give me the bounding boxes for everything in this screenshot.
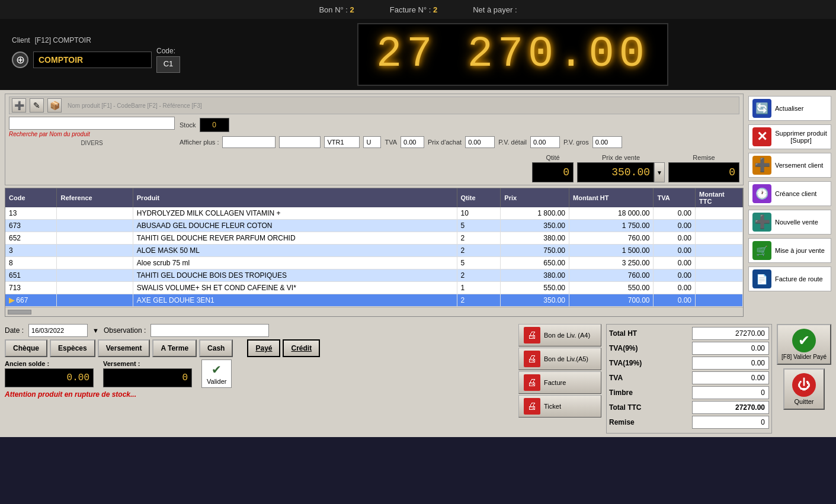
table-row[interactable]: 3ALOE MASK 50 ML2750.001 500.000.00 [5,245,743,257]
table-row[interactable]: 651TAHITI GEL DOUCHE BOIS DES TROPIQUES2… [5,269,743,282]
cheque-button[interactable]: Chèque [5,339,47,357]
table-row[interactable]: ▶ 667AXE GEL DOUHE 3EN12350.00700.000.00 [5,294,743,307]
check-icon: ✔ [792,329,816,352]
table-cell [696,220,743,232]
bon-liv-a5-button[interactable]: 🖨 Bon de Liv.(A5) [518,348,601,370]
especes-button[interactable]: Espèces [50,339,95,357]
h-scrollbar[interactable] [5,307,743,316]
credit-button[interactable]: Crédit [283,339,320,357]
table-row[interactable]: 8Aloe scrub 75 ml5650.003 250.000.00 [5,257,743,269]
net-amount: 27 270.00 [357,23,668,86]
pv-detail-input[interactable] [530,136,560,148]
bottom-area: Date : ▼ Observation : Chèque Espèces Ve… [0,320,836,437]
tva-input[interactable] [692,371,769,384]
valider-button[interactable]: ✔ Valider [201,359,232,388]
date-dropdown-arrow[interactable]: ▼ [92,327,99,334]
table-cell: 0.00 [654,232,696,245]
table-cell [57,220,133,232]
table-row[interactable]: 713SWALIS VOLUME+ SH ET COND CAFEINE & V… [5,282,743,294]
table-cell [696,257,743,269]
client-name-input[interactable] [33,52,152,68]
timbre-input[interactable] [692,386,769,399]
ancien-solde-input[interactable] [5,368,94,387]
total-ttc-input[interactable] [692,401,769,414]
spacer [235,339,245,357]
f8-validate-button[interactable]: ✔ [F8] Valider Payé [777,324,831,365]
versement-pay-button[interactable]: Versement [98,339,150,357]
versement-label: Versement client [775,162,823,169]
add-client-button[interactable]: ⊕ [12,52,28,68]
table-cell [696,232,743,245]
total-ht-input[interactable] [692,327,769,340]
table-cell: 2 [457,269,501,282]
prix-input[interactable] [577,162,654,182]
edit-product-button[interactable]: ✎ [30,98,44,113]
client-label-row: Client [F12] COMPTOIR [12,36,190,44]
top-bar: Bon N° : 2 Facture N° : 2 Net à payer : [0,0,836,19]
table-cell [57,245,133,257]
unite-input[interactable] [363,136,381,148]
total-ht-label: Total HT [609,329,656,338]
printer-icon-4: 🖨 [524,398,540,415]
rayonnage-input[interactable] [324,136,360,148]
reference-input[interactable] [279,136,321,148]
observation-input[interactable] [150,324,269,337]
paye-button[interactable]: Payé [247,339,280,357]
nouvelle-vente-button[interactable]: ➕ Nouvelle vente [748,210,831,235]
prix-item: Prix de vente ▼ [577,154,665,182]
h-scroll-thumb[interactable] [8,310,31,314]
table-cell [696,269,743,282]
versement-button[interactable]: ➕ Versement client [748,153,831,178]
table-cell: 0.00 [654,207,696,220]
search-input[interactable] [9,117,175,130]
table-cell: 673 [5,220,57,232]
bon-liv-a4-button[interactable]: 🖨 Bon de Liv. (A4) [518,324,601,346]
tva9-input[interactable] [692,342,769,355]
actualiser-button[interactable]: 🔄 Actualiser [748,96,831,121]
box-icon-button[interactable]: 📦 [47,98,62,113]
prix-achat-input[interactable] [465,136,495,148]
versement-input[interactable] [103,368,192,387]
tva-input[interactable] [401,136,424,148]
add-product-button[interactable]: ➕ [12,98,26,113]
total-ttc-row: Total TTC [609,401,769,414]
remise-total-input[interactable] [692,416,769,429]
tva-label: TVA [385,139,397,146]
facture-route-button[interactable]: 📄 Facture de route [748,267,831,291]
supprimer-button[interactable]: ✕ Supprimer produit [Suppr] [748,124,831,149]
table-row[interactable]: 652TAHITI GEL DOUCHE REVER PARFUM ORCHID… [5,232,743,245]
col-reference: Reference [57,188,133,207]
qtite-input[interactable] [532,162,574,182]
ticket-button[interactable]: 🖨 Ticket [518,395,601,418]
pv-gros-input[interactable] [592,136,622,148]
miseajour-button[interactable]: 🛒 Mise à jour vente [748,238,831,263]
table-cell: 13 [5,207,57,220]
creance-button[interactable]: 🕐 Créance client [748,181,831,206]
table-cell: 5 [457,220,501,232]
payment-buttons: Chèque Espèces Versement A Terme Cash Pa… [5,339,514,357]
tva19-label: TVA(19%) [609,359,656,367]
facture-print-button[interactable]: 🖨 Facture [518,371,601,394]
search-label-row: ➕ ✎ 📦 Nom produit [F1] - CodeBarre [F2] … [9,97,739,114]
table-cell: 0.00 [654,269,696,282]
table-cell [696,282,743,294]
versement-item: Versement : [103,360,192,387]
quitter-button[interactable]: ⏻ Quitter [783,368,825,410]
facture-print-label: Facture [544,379,566,386]
remise-input[interactable] [668,162,739,182]
table-cell: 713 [5,282,57,294]
digital-display: 27 270.00 [201,23,824,86]
total-ht-row: Total HT [609,327,769,340]
date-input[interactable] [28,324,88,337]
stock-input[interactable] [200,118,229,132]
table-row[interactable]: 673ABUSAAD GEL DOUCHE FLEUR COTON5350.00… [5,220,743,232]
cash-button[interactable]: Cash [199,339,233,357]
a-terme-button[interactable]: A Terme [152,339,197,357]
prix-dropdown[interactable]: ▼ [654,162,665,182]
validate-section: ✔ [F8] Valider Payé ⏻ Quitter [777,324,831,434]
table-row[interactable]: 13HYDROLYZED MILK COLLAGEN VITAMIN +101 … [5,207,743,220]
tva19-input[interactable] [692,357,769,370]
date-peremption-input[interactable] [222,136,276,148]
display-area: Client [F12] COMPTOIR ⊕ Code: C1 27 270.… [0,19,836,90]
extra-row-2: Afficher plus : TVA Prix d'achat P.V. dé… [180,135,622,149]
